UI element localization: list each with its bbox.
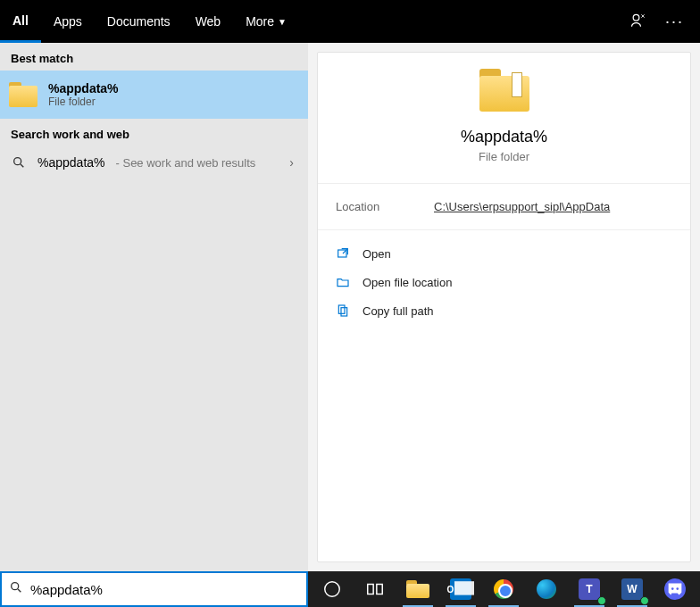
taskbar-task-view[interactable] [356,575,394,603]
tab-more-label: More [246,14,274,29]
action-open-location[interactable]: Open file location [336,268,672,296]
result-best-match[interactable]: %appdata% File folder [0,71,308,119]
action-copy-path-label: Copy full path [362,304,434,318]
preview-card: %appdata% File folder Location C:\Users\… [317,52,691,562]
preview-subtitle: File folder [479,150,529,163]
search-icon [11,155,27,170]
work-web-header: Search work and web [0,119,308,146]
result-web-search[interactable]: %appdata% - See work and web results › [0,146,308,179]
svg-rect-5 [341,308,347,316]
result-subtitle: File folder [48,96,119,108]
tab-apps[interactable]: Apps [41,0,95,43]
teams-icon: T [579,578,600,600]
location-label: Location [336,200,434,213]
taskbar-cortana[interactable] [313,575,351,603]
tab-all-label: All [12,13,29,28]
status-badge-icon [597,596,606,605]
search-tabs-bar: All Apps Documents Web More▼ ··· [0,0,700,43]
action-open[interactable]: Open [336,239,672,268]
chrome-icon [494,579,513,599]
search-results-column: Best match %appdata% File folder Search … [0,43,308,571]
svg-rect-4 [338,305,345,313]
edge-icon [537,579,556,599]
search-input[interactable] [30,582,299,597]
taskbar-edge[interactable] [528,575,565,603]
folder-icon-large [479,69,529,112]
file-explorer-icon [406,580,429,598]
tab-web-label: Web [196,14,221,29]
svg-line-7 [18,589,21,592]
outlook-icon: O [450,578,471,600]
folder-open-icon [336,275,350,289]
tab-documents-label: Documents [107,14,171,29]
action-open-location-label: Open file location [362,276,452,289]
action-copy-path[interactable]: Copy full path [336,296,672,325]
action-open-label: Open [362,247,391,261]
preview-title: %appdata% [461,128,547,146]
svg-point-6 [12,583,19,590]
taskbar: O T W [308,571,700,607]
web-result-title: %appdata% [38,155,105,170]
taskbar-file-explorer[interactable] [399,575,437,603]
svg-rect-9 [368,585,373,595]
chevron-down-icon: ▼ [278,17,287,27]
svg-point-8 [325,582,340,597]
taskbar-teams[interactable]: T [571,575,608,603]
svg-point-0 [633,14,639,21]
svg-rect-11 [454,581,474,595]
tab-all[interactable]: All [0,0,41,43]
discord-icon [664,578,686,600]
taskbar-word[interactable]: W [613,575,651,603]
tab-web[interactable]: Web [183,0,234,43]
taskbar-chrome[interactable] [485,575,522,603]
open-icon [336,246,350,261]
best-match-header: Best match [0,43,308,71]
location-path-link[interactable]: C:\Users\erpsupport_sipl\AppData [434,200,610,213]
tab-documents[interactable]: Documents [95,0,183,43]
cortana-icon [322,579,342,599]
windows-search-panel: All Apps Documents Web More▼ ··· Best ma… [0,0,700,571]
result-title: %appdata% [48,81,119,96]
copy-icon [336,304,350,318]
folder-icon [9,82,38,107]
word-icon: W [621,578,643,600]
chevron-right-icon: › [289,155,294,170]
svg-point-1 [14,158,21,165]
tab-more[interactable]: More▼ [233,0,299,43]
web-result-subtitle: - See work and web results [116,156,256,170]
svg-rect-10 [377,585,382,595]
feedback-icon[interactable] [629,12,647,32]
task-view-icon [365,579,385,599]
more-options-icon[interactable]: ··· [665,12,684,31]
tab-apps-label: Apps [54,14,82,29]
taskbar-discord[interactable] [656,575,694,603]
taskbar-outlook[interactable]: O [442,575,479,603]
svg-line-2 [21,164,23,167]
status-badge-icon [640,596,649,605]
search-icon [9,580,23,598]
location-row: Location C:\Users\erpsupport_sipl\AppDat… [318,184,690,230]
search-box[interactable] [0,571,308,607]
